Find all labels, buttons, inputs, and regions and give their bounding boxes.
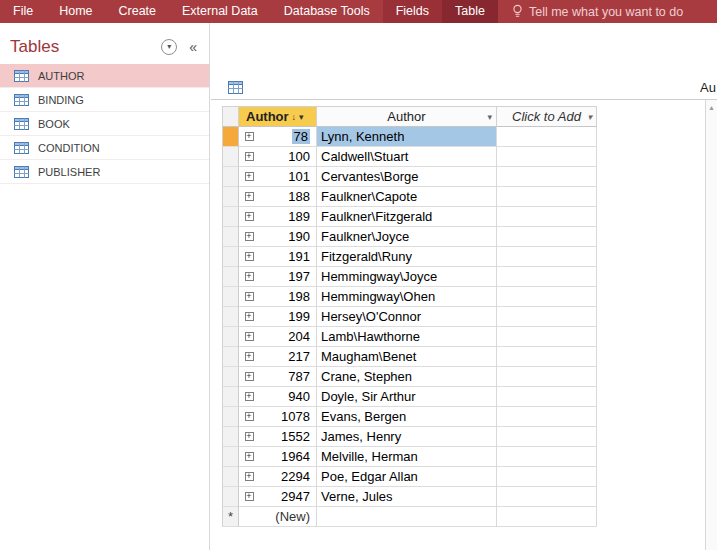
ribbon-tab-fields[interactable]: Fields	[383, 0, 442, 23]
table-row[interactable]: 199 Hersey\O'Connor	[222, 307, 597, 327]
ribbon-tab-create[interactable]: Create	[106, 0, 170, 23]
expand-button[interactable]	[239, 347, 259, 367]
expand-button[interactable]	[239, 387, 259, 407]
filter-dropdown-icon[interactable]: ▾	[299, 112, 304, 122]
click-to-add-cell[interactable]	[497, 247, 597, 267]
record-selector[interactable]	[222, 127, 239, 147]
ribbon-tab-external-data[interactable]: External Data	[169, 0, 271, 23]
new-record-name-cell[interactable]	[317, 507, 497, 527]
expand-button[interactable]	[239, 127, 259, 147]
click-to-add-cell[interactable]	[497, 187, 597, 207]
author-name-cell[interactable]: Fitzgerald\Runy	[317, 247, 497, 267]
sidebar-item-binding[interactable]: BINDING	[0, 88, 209, 112]
record-selector[interactable]	[222, 367, 239, 387]
expand-button[interactable]	[239, 287, 259, 307]
click-to-add-cell[interactable]	[497, 327, 597, 347]
record-selector[interactable]	[222, 467, 239, 487]
click-to-add-cell[interactable]	[497, 307, 597, 327]
click-to-add-cell[interactable]	[497, 227, 597, 247]
author-name-cell[interactable]: Hemmingway\Ohen	[317, 287, 497, 307]
expand-button[interactable]	[239, 147, 259, 167]
shutter-bar-collapse-button[interactable]: «	[185, 39, 201, 55]
click-to-add-cell[interactable]	[497, 447, 597, 467]
table-row[interactable]: 198 Hemmingway\Ohen	[222, 287, 597, 307]
table-row[interactable]: 189 Faulkner\Fitzgerald	[222, 207, 597, 227]
author-name-cell[interactable]: Faulkner\Joyce	[317, 227, 497, 247]
record-selector[interactable]	[222, 307, 239, 327]
sidebar-item-condition[interactable]: CONDITION	[0, 136, 209, 160]
tell-me-box[interactable]: Tell me what you want to do	[512, 0, 683, 23]
nav-menu-button[interactable]: ▾	[161, 39, 177, 55]
record-selector[interactable]	[222, 447, 239, 467]
author-name-cell[interactable]: Hersey\O'Connor	[317, 307, 497, 327]
expand-button[interactable]	[239, 487, 259, 507]
record-selector[interactable]	[222, 287, 239, 307]
column-header-author-name[interactable]: Author ▾	[317, 106, 497, 127]
expand-button[interactable]	[239, 247, 259, 267]
column-header-author-id[interactable]: Author ↓ ▾	[239, 106, 317, 127]
table-row[interactable]: 197 Hemmingway\Joyce	[222, 267, 597, 287]
record-id-cell[interactable]: 1964	[259, 447, 317, 467]
record-id-cell[interactable]: 190	[259, 227, 317, 247]
author-name-cell[interactable]: Poe, Edgar Allan	[317, 467, 497, 487]
record-id-cell[interactable]: 189	[259, 207, 317, 227]
record-selector[interactable]	[222, 327, 239, 347]
author-name-cell[interactable]: Lynn, Kenneth	[317, 127, 497, 147]
click-to-add-cell[interactable]	[497, 287, 597, 307]
click-to-add-cell[interactable]	[497, 167, 597, 187]
expand-button[interactable]	[239, 407, 259, 427]
record-selector[interactable]	[222, 427, 239, 447]
click-to-add-cell[interactable]	[497, 127, 597, 147]
author-name-cell[interactable]: Hemmingway\Joyce	[317, 267, 497, 287]
new-record-add-cell[interactable]	[497, 507, 597, 527]
expand-button[interactable]	[239, 467, 259, 487]
author-name-cell[interactable]: Doyle, Sir Arthur	[317, 387, 497, 407]
add-column-dropdown-icon[interactable]: ▾	[587, 112, 592, 122]
expand-button[interactable]	[239, 427, 259, 447]
expand-button[interactable]	[239, 447, 259, 467]
record-selector[interactable]	[222, 167, 239, 187]
record-selector[interactable]	[222, 187, 239, 207]
author-name-cell[interactable]: Lamb\Hawthorne	[317, 327, 497, 347]
click-to-add-cell[interactable]	[497, 427, 597, 447]
record-id-cell[interactable]: 191	[259, 247, 317, 267]
expand-button[interactable]	[239, 327, 259, 347]
filter-dropdown-icon[interactable]: ▾	[487, 112, 492, 122]
click-to-add-cell[interactable]	[497, 407, 597, 427]
expand-button[interactable]	[239, 367, 259, 387]
table-row[interactable]: 204 Lamb\Hawthorne	[222, 327, 597, 347]
author-name-cell[interactable]: Maugham\Benet	[317, 347, 497, 367]
ribbon-tab-file[interactable]: File	[0, 0, 46, 23]
new-record-selector[interactable]: *	[222, 507, 239, 527]
vertical-scrollbar[interactable]: ▲	[705, 100, 717, 550]
table-row[interactable]: 188 Faulkner\Capote	[222, 187, 597, 207]
sidebar-item-book[interactable]: BOOK	[0, 112, 209, 136]
record-selector[interactable]	[222, 387, 239, 407]
author-name-cell[interactable]: Crane, Stephen	[317, 367, 497, 387]
expand-button[interactable]	[239, 207, 259, 227]
click-to-add-cell[interactable]	[497, 467, 597, 487]
record-id-cell[interactable]: 198	[259, 287, 317, 307]
record-selector[interactable]	[222, 147, 239, 167]
expand-button[interactable]	[239, 187, 259, 207]
click-to-add-cell[interactable]	[497, 367, 597, 387]
click-to-add-cell[interactable]	[497, 267, 597, 287]
record-selector[interactable]	[222, 207, 239, 227]
record-id-cell[interactable]: 787	[259, 367, 317, 387]
table-row[interactable]: 2947 Verne, Jules	[222, 487, 597, 507]
ribbon-tab-database-tools[interactable]: Database Tools	[271, 0, 383, 23]
author-name-cell[interactable]: Cervantes\Borge	[317, 167, 497, 187]
record-id-cell[interactable]: 100	[259, 147, 317, 167]
scroll-up-icon[interactable]: ▲	[706, 100, 717, 114]
new-record-id-cell[interactable]: (New)	[259, 507, 317, 527]
record-id-cell[interactable]: 1078	[259, 407, 317, 427]
table-row[interactable]: 191 Fitzgerald\Runy	[222, 247, 597, 267]
click-to-add-cell[interactable]	[497, 347, 597, 367]
record-id-cell[interactable]: 188	[259, 187, 317, 207]
author-name-cell[interactable]: Evans, Bergen	[317, 407, 497, 427]
click-to-add-cell[interactable]	[497, 487, 597, 507]
record-id-cell[interactable]: 78	[259, 127, 317, 147]
select-all-corner[interactable]	[222, 106, 239, 127]
table-row[interactable]: 1964 Melville, Herman	[222, 447, 597, 467]
ribbon-tab-table[interactable]: Table	[442, 0, 498, 23]
